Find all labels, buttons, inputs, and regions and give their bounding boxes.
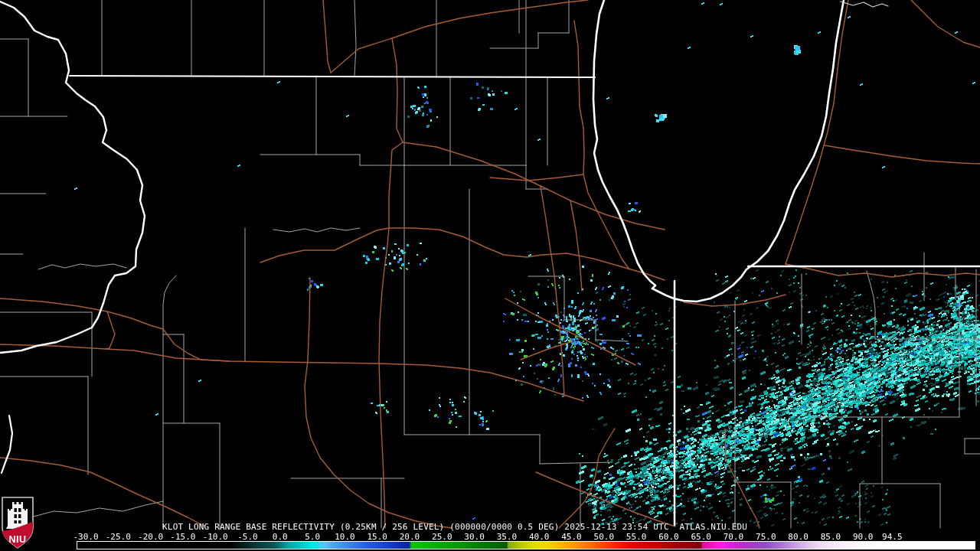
road-line (559, 429, 615, 528)
reflectivity-colorbar (77, 541, 975, 549)
county-line (31, 501, 163, 517)
niu-castle-turret-left (8, 509, 12, 526)
castle-window (18, 508, 21, 512)
road-line (379, 142, 403, 528)
radar-viewer: NIU KLOT LONG RANGE BASE REFLECTIVITY (0… (0, 0, 980, 551)
county-line (38, 264, 126, 269)
niu-castle-turret-right (23, 509, 28, 526)
road-line (403, 142, 665, 230)
road-line (574, 21, 583, 128)
niu-castle-tower (12, 502, 23, 526)
road-line (106, 311, 115, 349)
road-line (490, 174, 583, 181)
product-title: KLOT LONG RANGE BASE REFLECTIVITY (0.25K… (162, 522, 747, 532)
road-line (323, 0, 331, 73)
county-line (596, 340, 628, 341)
castle-window (15, 514, 18, 518)
road-line (0, 298, 163, 329)
radar-basemap (0, 0, 980, 551)
niu-logo: NIU (2, 497, 34, 549)
county-line (867, 271, 875, 339)
niu-logo-text: NIU (8, 534, 26, 545)
road-line (570, 201, 582, 291)
road-line (163, 329, 230, 361)
castle-window (18, 520, 21, 523)
road-line (260, 228, 665, 280)
road-line (331, 0, 588, 73)
county-line (163, 276, 176, 528)
road-line (305, 278, 452, 528)
county-line (354, 0, 356, 76)
road-line (0, 344, 583, 401)
county-line (273, 228, 360, 232)
road-line (536, 472, 675, 527)
road-line (521, 341, 573, 360)
road-line (825, 145, 980, 164)
road-line (392, 38, 403, 142)
castle-window (18, 514, 21, 518)
road-line (541, 186, 564, 396)
road-line (505, 298, 635, 365)
road-line (786, 0, 848, 264)
wi-il-state-line (70, 76, 595, 77)
road-line (725, 429, 760, 528)
castle-window (15, 520, 18, 523)
road-line (583, 128, 629, 269)
lake-michigan-shoreline (593, 0, 844, 302)
castle-window (15, 508, 18, 512)
county-line (540, 462, 612, 464)
road-line (911, 0, 980, 47)
illinois-river (2, 416, 12, 473)
